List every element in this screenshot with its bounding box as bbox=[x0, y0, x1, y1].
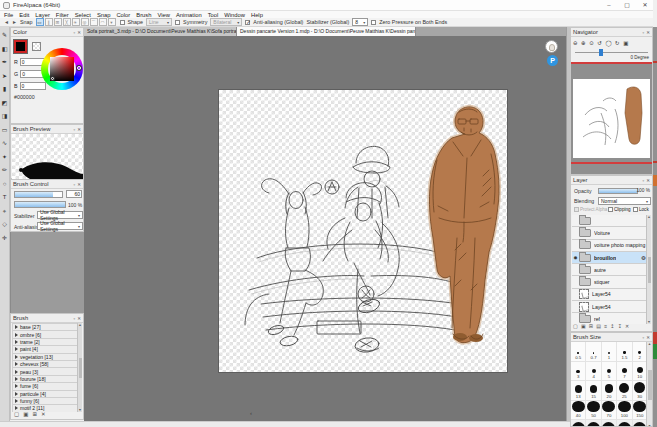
gradient-tool[interactable]: ◩ bbox=[0, 98, 9, 108]
snap-parallel-button[interactable]: ∥ bbox=[45, 18, 53, 26]
menu-item[interactable]: Snap bbox=[97, 12, 111, 18]
layer-up-button[interactable]: ↥ bbox=[610, 323, 614, 329]
hand-tool[interactable]: ✛ bbox=[0, 233, 9, 243]
shape-checkbox[interactable] bbox=[120, 20, 125, 25]
menu-item[interactable]: Animation bbox=[176, 12, 202, 18]
maximize-button[interactable] bbox=[618, 0, 636, 10]
layer-row[interactable]: Layer54 ⚙ bbox=[572, 301, 648, 313]
menu-item[interactable]: Tool bbox=[208, 12, 219, 18]
antialiasing-checkbox[interactable] bbox=[245, 20, 250, 25]
merge-layer-button[interactable]: ▤ bbox=[596, 323, 601, 329]
menu-item[interactable]: Color bbox=[116, 12, 130, 18]
protect-alpha-checkbox[interactable]: Protect Alpha bbox=[574, 207, 607, 212]
brush-category-row[interactable]: trame [2] bbox=[12, 338, 79, 345]
brush-size-slider[interactable] bbox=[14, 191, 63, 198]
layer-row[interactable]: Voiture ⚙ bbox=[572, 227, 648, 239]
brush-size-cell[interactable]: 1 bbox=[602, 342, 617, 362]
navigator-thumbnail[interactable] bbox=[573, 79, 650, 158]
menu-item[interactable]: Brush bbox=[136, 12, 151, 18]
close-button[interactable] bbox=[636, 0, 654, 10]
b-input[interactable]: 0 bbox=[20, 82, 46, 90]
layer-row[interactable]: autre ⚙ bbox=[572, 264, 648, 276]
select-pen-tool[interactable]: ✏ bbox=[0, 165, 9, 175]
snap-curve-button[interactable]: ⌒ bbox=[90, 18, 98, 26]
panel-close-icon[interactable] bbox=[77, 182, 81, 187]
blending-select[interactable]: Normal bbox=[598, 197, 651, 205]
duplicate-layer-button[interactable]: ⊞ bbox=[589, 323, 593, 329]
brush-category-row[interactable]: fume [6] bbox=[12, 382, 79, 389]
undo-icon[interactable]: ◄ bbox=[4, 19, 9, 25]
panel-close-icon[interactable] bbox=[77, 127, 81, 132]
brush-size-cell[interactable]: 4 bbox=[586, 362, 601, 382]
expand-triangle-icon[interactable] bbox=[15, 325, 18, 329]
navigator-viewport[interactable] bbox=[571, 62, 652, 174]
primary-color-swatch[interactable] bbox=[14, 40, 27, 53]
redo-icon[interactable]: ► bbox=[12, 19, 17, 25]
layer-down-button[interactable]: ↧ bbox=[618, 323, 622, 329]
brush-category-row[interactable]: paint [4] bbox=[12, 345, 79, 352]
rotate-right-icon[interactable]: ↻ bbox=[615, 40, 620, 46]
brush-category-row[interactable]: base [27] bbox=[12, 323, 79, 330]
zoom-in-icon[interactable]: ⊕ bbox=[581, 40, 586, 46]
text-tool[interactable]: T bbox=[0, 192, 9, 202]
fill-tool[interactable]: ▮ bbox=[0, 84, 9, 94]
layer-row[interactable]: Layer54 ⚙ bbox=[572, 289, 648, 301]
brush-size-cell[interactable]: 25 bbox=[617, 381, 632, 401]
snap-crosshatch-button[interactable]: ⊞ bbox=[54, 18, 62, 26]
zoom-reset-icon[interactable]: ⊙ bbox=[589, 40, 594, 46]
alpaca-mascot-icon[interactable] bbox=[545, 40, 558, 53]
expand-triangle-icon[interactable] bbox=[15, 392, 18, 396]
brush-size-cell[interactable]: 0.5 bbox=[571, 342, 586, 362]
expand-triangle-icon[interactable] bbox=[15, 340, 18, 344]
panel-detach-icon[interactable] bbox=[74, 127, 76, 132]
panel-detach-icon[interactable] bbox=[643, 30, 645, 35]
canvas[interactable] bbox=[219, 90, 507, 372]
select-rect-tool[interactable]: ▭ bbox=[0, 125, 9, 135]
brush-opacity-slider[interactable] bbox=[14, 201, 66, 208]
fit-window-icon[interactable]: ▣ bbox=[623, 40, 628, 46]
add-brush-button[interactable]: ▢ bbox=[14, 411, 19, 417]
canvas-hscroll-arrow-icon[interactable]: ‹ bbox=[250, 410, 252, 416]
symmetry-checkbox[interactable] bbox=[175, 20, 180, 25]
expand-triangle-icon[interactable] bbox=[15, 362, 18, 366]
panel-close-icon[interactable] bbox=[77, 30, 81, 35]
snap-settings-button[interactable]: ▾ bbox=[108, 18, 116, 26]
brush-category-row[interactable]: cheveux [58] bbox=[12, 360, 79, 367]
brush-category-row[interactable]: fourure [18] bbox=[12, 375, 79, 382]
brush-size-cell[interactable]: 3 bbox=[571, 362, 586, 382]
brush-size-cell[interactable]: 70 bbox=[602, 401, 617, 421]
antialias-setting-select[interactable]: Use Global Settings bbox=[37, 222, 83, 230]
panel-detach-icon[interactable] bbox=[74, 316, 76, 321]
menu-item[interactable]: Select bbox=[75, 12, 91, 18]
canvas-area[interactable]: P ‹ bbox=[84, 36, 566, 421]
clear-layer-button[interactable]: ≡ bbox=[604, 323, 607, 329]
snap-vanishing-point-button[interactable]: ╳ bbox=[63, 18, 71, 26]
layer-row[interactable]: stiquer ⚙ bbox=[572, 276, 648, 288]
panel-detach-icon[interactable] bbox=[643, 178, 645, 183]
rotate-reset-icon[interactable]: ◯ bbox=[605, 40, 611, 46]
layer-row[interactable]: voiture photo mapping e ⚙ bbox=[572, 240, 648, 252]
layer-row[interactable]: ⚙ bbox=[572, 215, 648, 227]
menu-item[interactable]: View bbox=[157, 12, 169, 18]
zero-pressure-checkbox[interactable] bbox=[371, 20, 376, 25]
panel-close-icon[interactable] bbox=[646, 335, 650, 340]
brush-size-cell[interactable]: 20 bbox=[602, 381, 617, 401]
menu-item[interactable]: Window bbox=[224, 12, 245, 18]
snap-radial-button[interactable]: ✳ bbox=[72, 18, 80, 26]
move-tool[interactable]: ➤ bbox=[0, 71, 9, 81]
zoom-out-icon[interactable]: ⊖ bbox=[573, 40, 578, 46]
clipping-checkbox[interactable]: Clipping bbox=[608, 207, 631, 212]
navigator-zoom-handle[interactable] bbox=[599, 49, 603, 56]
layer-opacity-slider[interactable] bbox=[598, 188, 638, 194]
expand-triangle-icon[interactable] bbox=[15, 377, 18, 381]
zoom-tool[interactable]: ⌖ bbox=[0, 206, 9, 216]
panel-detach-icon[interactable] bbox=[74, 30, 76, 35]
magic-wand-tool[interactable]: ✦ bbox=[0, 152, 9, 162]
snap-circle-button[interactable]: ◎ bbox=[81, 18, 89, 26]
expand-triangle-icon[interactable] bbox=[15, 355, 18, 359]
brush-category-row[interactable]: ombre [6] bbox=[12, 330, 79, 337]
document-tab-active[interactable]: Dessin pancarte Version 1.mdp - D:\O Doc… bbox=[237, 27, 416, 36]
delete-brush-button[interactable]: ✕ bbox=[41, 411, 46, 417]
stabilizer-select[interactable]: 8 bbox=[352, 18, 368, 26]
snap-ellipse-button[interactable]: ◠ bbox=[99, 18, 107, 26]
